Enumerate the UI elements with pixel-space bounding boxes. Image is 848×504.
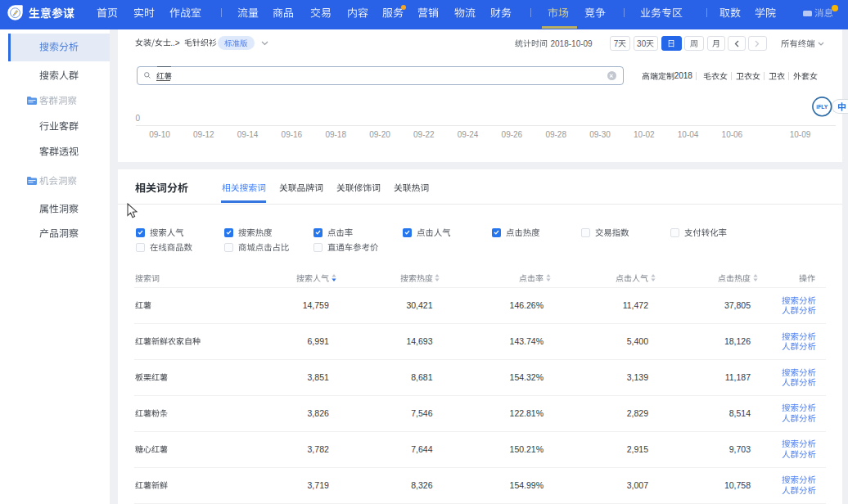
svg-text:iFLY: iFLY bbox=[816, 105, 828, 110]
